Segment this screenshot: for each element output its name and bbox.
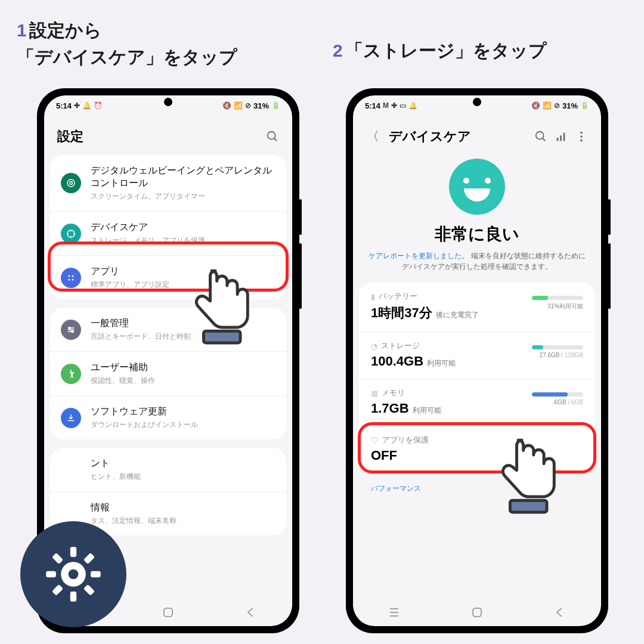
settings-gear-badge — [20, 521, 126, 627]
navigation-bar — [353, 599, 601, 626]
svg-point-12 — [69, 327, 70, 329]
svg-rect-39 — [52, 553, 63, 564]
metric-app-protect[interactable]: 🛡アプリを保護 OFF — [359, 426, 595, 473]
row-subtitle: タス、法定情報、端末名称 — [91, 516, 275, 526]
row-subtitle: ストレージ、メモリ、アプリを保護 — [91, 236, 275, 246]
battery-icon: 🔋 — [271, 101, 280, 110]
battery-bar: 31%利用可能 — [532, 296, 583, 311]
svg-rect-36 — [91, 571, 101, 577]
back-button[interactable] — [244, 605, 258, 620]
metric-value: 1.7GB — [371, 401, 409, 416]
page-title: 設定 — [57, 128, 259, 145]
svg-point-14 — [70, 370, 72, 371]
page-title: デバイスケア — [389, 128, 527, 145]
settings-item-accessibility[interactable]: ユーザー補助 視認性、聴覚、操作 — [50, 351, 286, 395]
recents-button[interactable] — [387, 605, 401, 620]
row-subtitle: スクリーンタイム、アプリタイマー — [91, 191, 275, 202]
svg-point-7 — [69, 278, 70, 280]
svg-rect-21 — [557, 138, 559, 141]
plus-icon: ✚ — [74, 101, 80, 110]
row-subtitle: 言語とキーボード、日付と時刻 — [91, 332, 275, 342]
metric-storage[interactable]: ◔ストレージ 100.4GB 利用可能 27.6GB / 128GB — [359, 332, 595, 379]
row-title: ソフトウェア更新 — [91, 405, 275, 418]
more-icon[interactable] — [575, 130, 588, 143]
battery-icon: 🔋 — [580, 101, 589, 110]
memory-icon: ▦ — [371, 389, 378, 398]
smiley-icon — [449, 159, 505, 215]
metric-label: バッテリー — [379, 291, 417, 302]
screen-devicecare: 5:14 M ✚ ▭ 🔔 🔇 📶 ⊘ 31% 🔋 〈 デバイスケア — [353, 95, 601, 626]
settings-item-apps[interactable]: アプリ 標準アプリ、アプリ設定 — [50, 255, 286, 299]
svg-point-5 — [69, 275, 70, 277]
svg-point-2 — [67, 179, 75, 187]
shield-icon: 🛡 — [371, 436, 379, 445]
battery-pct: 31% — [253, 101, 269, 110]
status-time: 5:14 — [56, 101, 72, 110]
svg-rect-34 — [70, 592, 76, 602]
metric-label: アプリを保護 — [382, 435, 429, 445]
svg-point-0 — [268, 132, 275, 140]
metric-value: 1時間37分 — [371, 304, 432, 322]
battery-pct: 31% — [562, 101, 578, 110]
status-text: 非常に良い — [367, 223, 587, 246]
svg-point-25 — [580, 135, 583, 138]
row-subtitle: ヒント、新機能 — [91, 472, 275, 482]
status-time: 5:14 — [365, 101, 380, 110]
accessibility-icon — [61, 364, 81, 384]
instruction-step-2: 2「ストレージ」をタップ — [333, 37, 547, 64]
svg-rect-35 — [46, 571, 56, 577]
metric-memory[interactable]: ▦メモリ 1.7GB 利用可能 .6GB / 6GB — [359, 379, 595, 426]
camera-notch — [164, 98, 172, 106]
step-number: 1 — [17, 20, 27, 40]
metric-suffix: 利用可能 — [413, 405, 441, 416]
svg-rect-40 — [83, 584, 95, 596]
svg-point-13 — [72, 330, 73, 332]
settings-item-wellbeing[interactable]: デジタルウェルビーイングとペアレンタルコントロール スクリーンタイム、アプリタイ… — [50, 155, 286, 211]
row-title: アプリ — [91, 265, 275, 278]
step-text: 「ストレージ」をタップ — [345, 41, 547, 60]
row-subtitle: 標準アプリ、アプリ設定 — [91, 280, 275, 290]
wifi-icon: 📶 — [234, 101, 243, 110]
svg-rect-23 — [564, 133, 565, 141]
svg-rect-18 — [164, 608, 172, 617]
battery-icon: ▮ — [371, 292, 375, 301]
report-link[interactable]: ケアレポートを更新しました。 — [369, 252, 469, 260]
bar-caption: 31%利用可能 — [532, 302, 583, 311]
svg-line-20 — [543, 138, 546, 141]
settings-item-software-update[interactable]: ソフトウェア更新 ダウンロードおよびインストール — [50, 395, 286, 439]
search-icon[interactable] — [534, 130, 547, 143]
devicecare-header: 〈 デバイスケア — [353, 116, 601, 155]
total: 6GB — [571, 399, 583, 405]
row-title: 一般管理 — [91, 317, 275, 330]
step-number: 2 — [333, 41, 343, 60]
status-summary: 非常に良い ケアレポートを更新しました。 端末を良好な状態に維持するためにデバイ… — [359, 155, 595, 283]
svg-line-1 — [274, 138, 277, 141]
general-icon — [61, 320, 81, 340]
row-title: 情報 — [91, 501, 275, 514]
svg-point-6 — [72, 275, 74, 277]
metric-battery[interactable]: ▮バッテリー 1時間37分 後に充電完了 31%利用可能 — [359, 283, 595, 332]
home-button[interactable] — [161, 605, 175, 620]
performance-section-label: パフォーマンス — [359, 481, 595, 496]
settings-item-devicecare[interactable]: デバイスケア ストレージ、メモリ、アプリを保護 — [50, 211, 286, 255]
used: .6GB — [553, 399, 566, 405]
row-title: ント — [91, 457, 275, 470]
svg-rect-30 — [473, 608, 481, 617]
back-button[interactable] — [553, 605, 567, 620]
metric-suffix: 利用可能 — [427, 358, 456, 369]
storage-icon: ◔ — [371, 342, 377, 351]
settings-item-tips[interactable]: ント ヒント、新機能 — [50, 448, 286, 491]
search-icon[interactable] — [266, 130, 279, 143]
svg-point-24 — [580, 132, 583, 134]
svg-rect-22 — [560, 135, 562, 141]
bell-icon: 🔔 — [408, 101, 417, 110]
devicecare-icon — [61, 224, 81, 244]
devicecare-content[interactable]: 非常に良い ケアレポートを更新しました。 端末を良好な状態に維持するためにデバイ… — [353, 155, 601, 599]
home-button[interactable] — [470, 605, 484, 620]
signal-bars-icon[interactable] — [555, 130, 568, 143]
row-title: デバイスケア — [91, 221, 275, 234]
svg-point-8 — [72, 278, 74, 280]
svg-rect-37 — [83, 553, 95, 564]
settings-item-general[interactable]: 一般管理 言語とキーボード、日付と時刻 — [50, 308, 286, 351]
back-chevron-icon[interactable]: 〈 — [366, 128, 379, 145]
